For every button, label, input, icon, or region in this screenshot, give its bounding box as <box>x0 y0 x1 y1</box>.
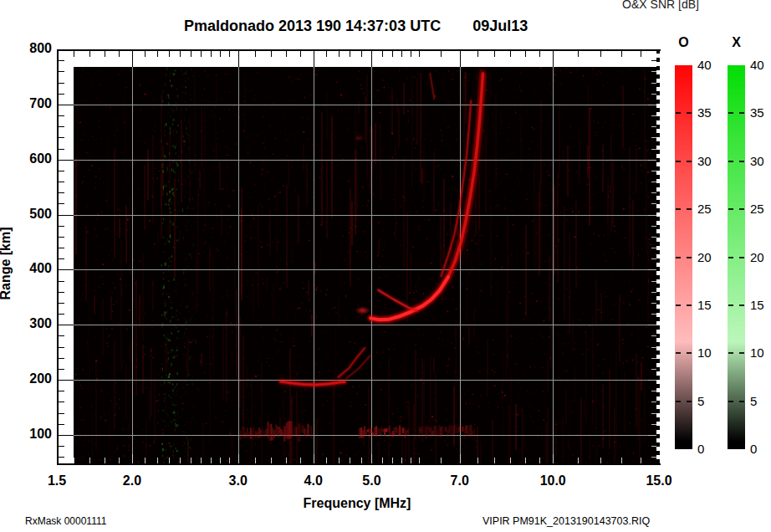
x-tick-label: 5.0 <box>346 473 396 489</box>
colorbar-tick-dash <box>728 161 733 162</box>
colorbar-tick-dash <box>676 401 681 402</box>
colorbar-tick-dash <box>739 401 744 402</box>
colorbar-tick-dash <box>728 352 733 354</box>
y-tick-label: 800 <box>12 41 52 56</box>
page-title: Pmaldonado 2013 190 14:37:03 UTC09Jul13 <box>184 18 528 35</box>
y-tick-label: 100 <box>12 427 52 442</box>
colorbar-tick-dash <box>676 112 681 114</box>
title-station-time: Pmaldonado 2013 190 14:37:03 UTC <box>184 18 441 34</box>
colorbar-tick-dash <box>687 304 692 306</box>
colorbar-tick-label: 15 <box>750 298 771 313</box>
colorbar-tick-label: 5 <box>750 394 771 409</box>
colorbar-tick-dash <box>687 352 692 354</box>
colorbar-tick-label: 25 <box>697 202 722 217</box>
x-tick-label: 10.0 <box>528 473 578 489</box>
colorbar-tick-dash <box>687 112 692 114</box>
colorbar-tick-dash <box>739 112 744 114</box>
colorbar-tick-dash <box>728 208 733 210</box>
colorbar-tick-label: 35 <box>750 105 771 120</box>
colorbar-tick-label: 0 <box>697 442 722 457</box>
y-tick-label: 400 <box>12 261 52 276</box>
colorbar-tick-dash <box>676 352 681 354</box>
y-tick-label: 600 <box>12 151 52 166</box>
rxmask-text: RxMask 00001111 <box>25 515 106 527</box>
y-tick-label: 500 <box>12 207 52 222</box>
colorbar-tick-dash <box>739 352 744 354</box>
colorbar-tick-dash <box>739 304 744 306</box>
colorbar-tick-label: 40 <box>750 58 771 73</box>
colorbar-tick-label: 40 <box>697 58 722 73</box>
colorbar-tick-label: 30 <box>697 154 722 169</box>
x-tick-label: 2.0 <box>107 473 157 489</box>
colorbar-tick-dash <box>676 257 681 258</box>
y-tick-label: 200 <box>12 371 52 386</box>
colorbar-tick-dash <box>728 304 733 306</box>
x-tick-label: 4.0 <box>288 473 339 489</box>
colorbar-tick-label: 30 <box>750 154 771 169</box>
x-tick-label: 7.0 <box>435 473 485 489</box>
colorbar-tick-dash <box>728 401 733 402</box>
colorbar-tick-label: 20 <box>750 250 771 265</box>
colorbar-x-header: X <box>728 35 745 50</box>
y-tick-label: 300 <box>12 316 52 331</box>
colorbar-tick-dash <box>676 208 681 210</box>
x-axis-label: Frequency [MHz] <box>273 496 441 511</box>
colorbar-o-header: O <box>675 35 692 50</box>
colorbar-tick-label: 10 <box>697 345 722 361</box>
x-tick-label: 3.0 <box>213 473 263 489</box>
colorbar-tick-dash <box>739 161 744 162</box>
colorbar-title: O&X SNR [dB] <box>585 0 736 11</box>
colorbar-tick-dash <box>676 161 681 162</box>
colorbar-tick-label: 35 <box>697 105 722 120</box>
colorbar-tick-dash <box>739 257 744 258</box>
colorbar-tick-label: 20 <box>697 250 722 265</box>
colorbar-tick-label: 10 <box>750 345 771 361</box>
colorbar-tick-dash <box>676 304 681 306</box>
colorbar-tick-label: 25 <box>750 202 771 217</box>
colorbar-tick-dash <box>739 208 744 210</box>
file-id-text: VIPIR PM91K_2013190143703.RIQ <box>483 515 650 527</box>
colorbar-tick-dash <box>687 401 692 402</box>
x-tick-label: 15.0 <box>634 473 684 489</box>
y-tick-label: 700 <box>12 96 52 111</box>
colorbar-tick-dash <box>687 208 692 210</box>
title-date: 09Jul13 <box>472 18 528 34</box>
colorbar-tick-dash <box>728 112 733 114</box>
colorbar-tick-dash <box>687 257 692 258</box>
ionogram-plot <box>57 49 661 465</box>
colorbar-tick-dash <box>728 257 733 258</box>
colorbar-tick-label: 5 <box>697 394 722 409</box>
x-tick-label: 1.5 <box>32 473 82 489</box>
colorbar-tick-dash <box>687 161 692 162</box>
colorbar-tick-label: 0 <box>750 442 771 457</box>
colorbar-tick-label: 15 <box>697 298 722 313</box>
